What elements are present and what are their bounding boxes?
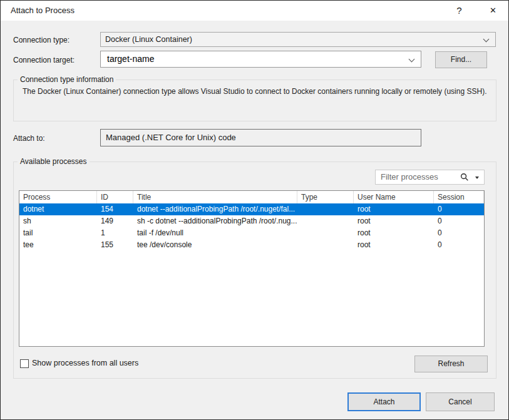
connection-type-information-text: The Docker (Linux Container) connection … (23, 87, 487, 96)
cell-user-name: root (354, 239, 434, 251)
available-processes-group: Available processes Filter processes Pro… (13, 161, 496, 379)
cell-session: 0 (434, 215, 484, 227)
cell-session: 0 (434, 239, 484, 251)
cell-type (297, 227, 354, 239)
chevron-down-icon (483, 36, 490, 43)
find-button[interactable]: Find... (435, 51, 487, 68)
cell-user-name: root (354, 215, 434, 227)
attach-to-value-box[interactable]: Managed (.NET Core for Unix) code (100, 129, 421, 146)
attach-button[interactable]: Attach (347, 392, 421, 411)
search-icon[interactable] (460, 173, 469, 182)
connection-type-dropdown[interactable]: Docker (Linux Container) (100, 32, 496, 47)
cell-user-name: root (354, 227, 434, 239)
title-bar: Attach to Process ? ✕ (1, 1, 508, 21)
cell-type (297, 239, 354, 251)
chevron-down-icon (409, 56, 415, 63)
column-header-type[interactable]: Type (297, 191, 354, 203)
cell-title: sh -c dotnet --additionalProbingPath /ro… (133, 215, 297, 227)
cell-title: tee /dev/console (133, 239, 297, 251)
table-header-row: Process ID Title Type User Name Session (19, 191, 484, 203)
dialog-title: Attach to Process (11, 1, 75, 20)
table-row[interactable]: tail 1 tail -f /dev/null root 0 (19, 227, 484, 239)
help-button[interactable]: ? (445, 1, 473, 20)
process-table: Process ID Title Type User Name Session … (19, 190, 485, 347)
column-header-process[interactable]: Process (19, 191, 97, 203)
cell-process: sh (19, 215, 97, 227)
cell-id: 155 (97, 239, 133, 251)
cell-process: dotnet (19, 203, 97, 215)
connection-target-value: target-name (107, 54, 154, 64)
column-header-id[interactable]: ID (97, 191, 133, 203)
column-header-session[interactable]: Session (434, 191, 484, 203)
table-row[interactable]: sh 149 sh -c dotnet --additionalProbingP… (19, 215, 484, 227)
cell-session: 0 (434, 203, 484, 215)
available-processes-title: Available processes (18, 157, 90, 166)
attach-to-label: Attach to: (13, 134, 45, 143)
connection-type-value: Docker (Linux Container) (105, 35, 192, 44)
column-header-user-name[interactable]: User Name (354, 191, 434, 203)
cell-title: dotnet --additionalProbingPath /root/.nu… (133, 203, 297, 215)
connection-type-information-title: Connection type information (18, 75, 116, 84)
cell-id: 149 (97, 215, 133, 227)
connection-type-label: Connection type: (13, 36, 69, 44)
cell-process: tee (19, 239, 97, 251)
cell-title: tail -f /dev/null (133, 227, 297, 239)
cell-type (297, 215, 354, 227)
connection-type-information-group: Connection type information The Docker (… (13, 79, 496, 121)
cancel-button[interactable]: Cancel (426, 392, 495, 411)
cell-id: 154 (97, 203, 133, 215)
cell-user-name: root (354, 203, 434, 215)
show-all-users-label: Show processes from all users (32, 359, 138, 367)
attach-to-process-dialog: Attach to Process ? ✕ Connection type: D… (0, 0, 509, 420)
cell-type (297, 203, 354, 215)
connection-target-combobox[interactable]: target-name (100, 51, 421, 68)
column-header-title[interactable]: Title (133, 191, 297, 203)
refresh-button[interactable]: Refresh (414, 356, 488, 372)
attach-to-value: Managed (.NET Core for Unix) code (106, 133, 236, 142)
connection-target-label: Connection target: (13, 56, 75, 64)
cell-id: 1 (97, 227, 133, 239)
close-icon[interactable]: ✕ (479, 1, 507, 20)
filter-processes-input[interactable]: Filter processes (375, 170, 485, 185)
cell-session: 0 (434, 227, 484, 239)
filter-placeholder: Filter processes (381, 172, 438, 182)
filter-options-caret-icon[interactable] (475, 177, 479, 179)
table-row[interactable]: dotnet 154 dotnet --additionalProbingPat… (19, 203, 484, 215)
cell-process: tail (19, 227, 97, 239)
show-all-users-checkbox[interactable] (20, 359, 29, 368)
table-row[interactable]: tee 155 tee /dev/console root 0 (19, 239, 484, 251)
